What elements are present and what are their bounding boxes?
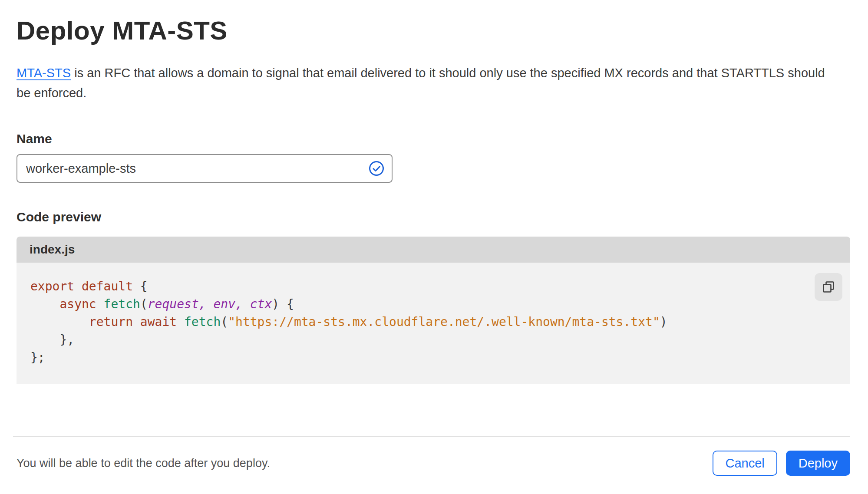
- page-title: Deploy MTA-STS: [17, 16, 850, 46]
- copy-icon: [820, 279, 837, 295]
- code-preview-card: index.js export default { async fetch(re…: [17, 237, 850, 384]
- deploy-mta-sts-page: Deploy MTA-STS MTA-STS is an RFC that al…: [0, 16, 868, 384]
- footer-divider: [13, 436, 850, 437]
- footer-note: You will be able to edit the code after …: [17, 457, 270, 470]
- code-block: export default { async fetch(request, en…: [17, 277, 850, 366]
- mta-sts-link[interactable]: MTA-STS: [17, 66, 71, 80]
- check-circle-icon: [368, 160, 385, 177]
- cancel-button[interactable]: Cancel: [713, 451, 777, 476]
- tab-label: index.js: [30, 243, 75, 257]
- code-preview-label: Code preview: [17, 210, 850, 224]
- code-body: export default { async fetch(request, en…: [17, 263, 850, 384]
- footer-actions: Cancel Deploy: [713, 451, 850, 476]
- code-tab-bar: index.js: [17, 237, 850, 263]
- deploy-button[interactable]: Deploy: [786, 451, 850, 476]
- copy-button[interactable]: [815, 273, 842, 301]
- name-label: Name: [17, 132, 850, 146]
- footer: You will be able to edit the code after …: [0, 451, 868, 476]
- name-input[interactable]: [17, 154, 393, 183]
- tab-index-js[interactable]: index.js: [17, 237, 88, 263]
- name-input-wrap: [17, 154, 393, 183]
- description-text: MTA-STS is an RFC that allows a domain t…: [17, 63, 842, 103]
- description-rest: is an RFC that allows a domain to signal…: [17, 66, 825, 100]
